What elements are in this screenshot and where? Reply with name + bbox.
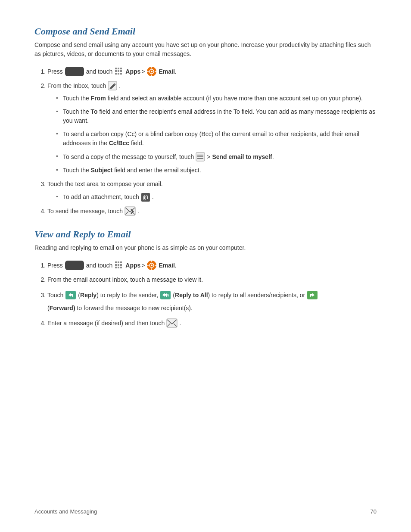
from-label: From <box>91 95 106 102</box>
view-step3-touch-label: Touch <box>47 289 63 301</box>
reply-all-icon <box>160 290 171 300</box>
svg-point-38 <box>151 264 153 266</box>
view-email-app-icon <box>146 260 157 271</box>
compose-step-2-bullets: Touch the From field and select an avail… <box>47 94 377 175</box>
svg-rect-31 <box>118 264 119 266</box>
subject-label: Subject <box>91 167 113 174</box>
svg-point-11 <box>151 71 153 72</box>
view-step3-reply-all-label: (Reply to All) to reply to all senders/r… <box>173 289 305 301</box>
forward-icon <box>307 290 318 300</box>
page-footer: Accounts and Messaging 70 <box>34 508 377 515</box>
svg-rect-32 <box>120 264 122 266</box>
view-section: View and Reply to Email Reading and repl… <box>34 229 377 328</box>
view-step-2: From the email account Inbox, touch a me… <box>47 275 377 284</box>
svg-rect-0 <box>115 68 117 69</box>
svg-rect-46 <box>167 319 177 327</box>
step4-text: To send the message, touch <box>47 206 123 216</box>
view-step2-text: From the email account Inbox, touch a me… <box>47 276 203 283</box>
step2-period: . <box>119 81 121 90</box>
svg-rect-8 <box>120 73 122 75</box>
bullet-subject: Touch the Subject field and enter the em… <box>56 166 377 175</box>
footer-page-number: 70 <box>371 508 377 515</box>
compose-step-1-line: Press and touch <box>47 66 377 77</box>
view-step3-forward-label: (Forward) to forward the message to new … <box>47 302 193 314</box>
compose-section: Compose and Send Email Compose and send … <box>34 26 377 216</box>
step1-text-before: Press <box>47 67 63 76</box>
compose-edit-icon <box>108 81 117 90</box>
compose-step-4-line: To send the message, touch . <box>47 206 377 216</box>
ccbcc-label: Cc/Bcc <box>109 140 129 146</box>
attach-line: To add an attachment, touch . <box>63 193 377 202</box>
attach-text: To add an attachment, touch <box>63 193 139 202</box>
svg-rect-33 <box>115 267 117 268</box>
menu-lines-icon <box>196 152 205 162</box>
svg-rect-24 <box>125 207 135 215</box>
bullet-from: Touch the From field and select an avail… <box>56 94 377 103</box>
compose-step-1: Press and touch <box>47 66 377 77</box>
view-step1-email-label: Email. <box>159 261 176 270</box>
view-send-envelope-icon <box>166 318 177 328</box>
svg-rect-28 <box>118 261 119 263</box>
view-step-4-line: Enter a message (if desired) and then to… <box>47 318 377 328</box>
svg-rect-35 <box>120 267 122 268</box>
bullet-to: Touch the To field and enter the recipie… <box>56 107 377 125</box>
reply-icon <box>65 290 76 300</box>
svg-rect-5 <box>120 70 122 72</box>
compose-steps-list: Press and touch <box>34 66 377 216</box>
compose-step-3: Touch the text area to compose your emai… <box>47 179 377 202</box>
svg-rect-4 <box>118 70 119 72</box>
step1-apps-label: Apps <box>125 67 140 76</box>
step4-period: . <box>137 206 139 216</box>
view-step-1-line: Press and touch Ap <box>47 260 377 271</box>
bullet-send-myself: To send a copy of the message to yoursel… <box>56 152 377 162</box>
step1-gt: > <box>141 67 145 76</box>
view-step1-apps-label: Apps <box>125 261 140 270</box>
view-steps-list: Press and touch Ap <box>34 260 377 328</box>
step3-text: Touch the text area to compose your emai… <box>47 180 163 187</box>
view-step-3-line: Touch (Reply) to reply to the sender, <box>47 289 377 314</box>
view-step-1: Press and touch Ap <box>47 260 377 271</box>
view-step3-reply-label: (Reply) to reply to the sender, <box>78 289 158 301</box>
step1-email-label: Email. <box>159 67 176 76</box>
svg-rect-3 <box>115 70 117 72</box>
svg-rect-6 <box>115 73 117 75</box>
step1-text-middle: and touch <box>86 67 113 76</box>
home-button-icon <box>65 67 84 76</box>
compose-title: Compose and Send Email <box>34 26 377 37</box>
svg-rect-7 <box>118 73 119 75</box>
view-apps-grid-icon <box>114 261 124 270</box>
compose-description: Compose and send email using any account… <box>34 40 377 59</box>
attach-period: . <box>152 193 154 202</box>
svg-rect-1 <box>118 68 119 69</box>
email-app-icon <box>146 66 157 77</box>
svg-rect-29 <box>120 261 122 263</box>
view-step4-period: . <box>179 318 181 328</box>
footer-left: Accounts and Messaging <box>34 508 97 515</box>
view-step1-gt: > <box>141 261 145 270</box>
svg-rect-27 <box>115 261 117 263</box>
view-step4-text: Enter a message (if desired) and then to… <box>47 318 165 328</box>
svg-rect-30 <box>115 264 117 266</box>
view-step1-text-middle: and touch <box>86 261 113 270</box>
view-home-button-icon <box>65 261 84 270</box>
view-step1-text-before: Press <box>47 261 63 270</box>
step2-text: From the Inbox, touch <box>47 81 106 90</box>
send-myself-gt: > Send email to myself. <box>207 152 274 162</box>
svg-rect-2 <box>120 68 122 69</box>
bullet-attach: To add an attachment, touch . <box>56 193 377 202</box>
compose-step-2-line: From the Inbox, touch . <box>47 81 377 90</box>
send-myself-text-before: To send a copy of the message to yoursel… <box>63 152 194 162</box>
to-label: To <box>91 108 98 115</box>
compose-step-4: To send the message, touch . <box>47 206 377 216</box>
view-step-4: Enter a message (if desired) and then to… <box>47 318 377 328</box>
view-title: View and Reply to Email <box>34 229 377 240</box>
compose-step-3-bullets: To add an attachment, touch . <box>47 193 377 202</box>
bullet-cc-bcc: To send a carbon copy (Cc) or a blind ca… <box>56 130 377 148</box>
view-step-3: Touch (Reply) to reply to the sender, <box>47 289 377 314</box>
send-myself-line: To send a copy of the message to yoursel… <box>63 152 377 162</box>
attachment-icon <box>141 193 150 202</box>
compose-step-2: From the Inbox, touch . Touch the From <box>47 81 377 175</box>
svg-rect-34 <box>118 267 119 268</box>
view-description: Reading and replying to email on your ph… <box>34 243 377 252</box>
apps-grid-icon <box>114 67 124 76</box>
